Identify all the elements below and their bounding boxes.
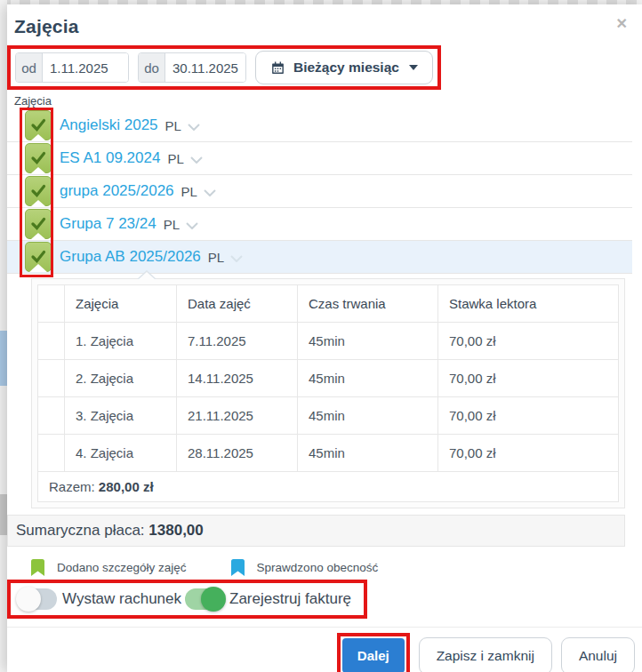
- total-label: Razem:: [49, 479, 95, 494]
- date-to-input[interactable]: [165, 53, 245, 82]
- date-from-group: od: [15, 52, 129, 83]
- column-header: Data zajęć: [177, 285, 298, 323]
- class-row[interactable]: grupa 2025/2026 PL: [7, 175, 632, 208]
- total-value: 280,00 zł: [99, 479, 154, 494]
- save-close-button[interactable]: Zapisz i zamknij: [419, 637, 552, 672]
- cell-session: 4. Zajęcia: [65, 435, 177, 472]
- cell-rate: 70,00 zł: [438, 360, 619, 397]
- class-row[interactable]: Grupa 7 23/24 PL: [7, 208, 632, 241]
- selected-check-button[interactable]: [25, 143, 52, 173]
- cell-date: 14.11.2025: [177, 360, 298, 397]
- column-header: Stawka lektora: [438, 285, 619, 323]
- register-invoice-toggle[interactable]: [185, 588, 224, 610]
- cell-date: 21.11.2025: [177, 397, 298, 435]
- chevron-down-icon: [186, 222, 198, 229]
- cell-session: 1. Zajęcia: [65, 323, 177, 360]
- class-row[interactable]: ES A1 09.2024 PL: [7, 142, 632, 175]
- cancel-button[interactable]: Anuluj: [561, 637, 635, 672]
- language-tag: PL: [165, 118, 181, 133]
- row-select-cell[interactable]: [38, 323, 65, 360]
- chevron-down-icon: [190, 156, 203, 164]
- table-row: 4. Zajęcia 28.11.2025 45min 70,00 zł: [38, 435, 619, 472]
- cell-date: 28.11.2025: [177, 435, 298, 472]
- date-to-group: do: [138, 52, 246, 83]
- row-select-cell[interactable]: [38, 397, 65, 435]
- class-name-link[interactable]: Grupa 7 23/24: [60, 215, 156, 233]
- class-name-link[interactable]: ES A1 09.2024: [60, 149, 160, 167]
- modal-footer: Dalej Zapisz i zamknij Anuluj: [7, 627, 642, 672]
- class-row-expanded[interactable]: Grupa AB 2025/2026 PL: [7, 241, 632, 274]
- table-header-row: Zajęcia Data zajęć Czas trwania Stawka l…: [38, 285, 619, 323]
- column-header: Czas trwania: [298, 285, 438, 323]
- legend-label: Dodano szczegóły zajęć: [57, 561, 187, 574]
- legend: Dodano szczegóły zajęć Sprawdzono obecno…: [31, 559, 642, 576]
- language-tag: PL: [208, 250, 224, 265]
- bookmark-green-icon: [31, 559, 44, 576]
- chevron-down-icon: [188, 124, 200, 131]
- table-row: 1. Zajęcia 7.11.2025 45min 70,00 zł: [38, 323, 619, 360]
- class-name-link[interactable]: grupa 2025/2026: [60, 182, 174, 200]
- class-details-panel: Zajęcia Data zajęć Czas trwania Stawka l…: [31, 278, 625, 508]
- modal-title: Zajęcia: [14, 16, 630, 37]
- table-total-row: Razem: 280,00 zł: [38, 472, 619, 502]
- legend-item: Dodano szczegóły zajęć: [31, 559, 187, 576]
- toggle-knob: [16, 587, 41, 612]
- class-name-link[interactable]: Grupa AB 2025/2026: [60, 248, 201, 266]
- language-tag: PL: [167, 151, 183, 166]
- current-month-label: Bieżący miesiąc: [293, 60, 399, 76]
- row-select-cell[interactable]: [38, 360, 65, 397]
- cell-rate: 70,00 zł: [438, 435, 619, 472]
- legend-label: Sprawdzono obecność: [257, 561, 379, 574]
- close-icon[interactable]: ✕: [616, 17, 628, 31]
- modal-header: Zajęcia ✕: [7, 4, 642, 37]
- class-list-label: Zajęcia: [14, 94, 642, 108]
- row-select-cell[interactable]: [38, 435, 65, 472]
- panel-notch: [137, 270, 156, 279]
- chevron-down-icon: [230, 255, 243, 262]
- class-name-link[interactable]: Angielski 2025: [60, 116, 158, 134]
- cell-date: 7.11.2025: [177, 323, 298, 360]
- calendar-icon: [270, 60, 285, 76]
- chevron-down-icon: [204, 189, 216, 196]
- classes-modal: Zajęcia ✕ od do Bieżący miesiąc Zajęcia …: [7, 4, 642, 672]
- class-list: Angielski 2025 PL ES A1 09.2024 PL grupa…: [7, 109, 642, 274]
- selected-check-button[interactable]: [25, 209, 52, 239]
- cell-duration: 45min: [298, 360, 438, 397]
- column-header: Zajęcia: [65, 285, 177, 323]
- cell-rate: 70,00 zł: [438, 397, 619, 435]
- selected-check-button[interactable]: [25, 176, 52, 206]
- date-from-label: od: [16, 53, 43, 82]
- date-from-input[interactable]: [43, 53, 128, 82]
- background-left-sliver: [0, 0, 7, 672]
- annotation-date-filter: od do Bieżący miesiąc: [7, 45, 441, 90]
- sessions-table: Zajęcia Data zajęć Czas trwania Stawka l…: [37, 284, 619, 502]
- language-tag: PL: [181, 184, 197, 199]
- toggle-knob: [201, 587, 226, 612]
- column-header: [38, 285, 65, 323]
- language-tag: PL: [164, 217, 180, 232]
- selected-check-button[interactable]: [25, 242, 52, 272]
- table-row: 2. Zajęcia 14.11.2025 45min 70,00 zł: [38, 360, 619, 397]
- summary-bar: Sumaryczna płaca: 1380,00: [7, 515, 625, 547]
- issue-bill-label: Wystaw rachunek: [62, 590, 181, 608]
- cell-duration: 45min: [298, 397, 438, 435]
- background-fragment: [0, 494, 7, 535]
- class-row[interactable]: Angielski 2025 PL: [7, 109, 632, 142]
- annotation-next-button: Dalej: [337, 633, 410, 672]
- cell-session: 2. Zajęcia: [65, 360, 177, 397]
- cell-session: 3. Zajęcia: [65, 397, 177, 435]
- next-button[interactable]: Dalej: [342, 638, 405, 672]
- legend-item: Sprawdzono obecność: [231, 559, 379, 576]
- date-to-label: do: [139, 53, 165, 82]
- bookmark-blue-icon: [231, 559, 245, 576]
- background-fragment: [0, 331, 7, 386]
- annotation-toggles: Wystaw rachunek Zarejestruj fakturę: [7, 580, 367, 619]
- summary-value: 1380,00: [148, 522, 203, 539]
- cell-rate: 70,00 zł: [438, 323, 619, 360]
- selected-check-button[interactable]: [25, 110, 52, 140]
- current-month-button[interactable]: Bieżący miesiąc: [255, 51, 433, 84]
- table-total-cell: Razem: 280,00 zł: [38, 472, 619, 502]
- issue-bill-toggle[interactable]: [18, 588, 57, 610]
- register-invoice-label: Zarejestruj fakturę: [229, 590, 351, 608]
- summary-label: Sumaryczna płaca:: [16, 522, 145, 539]
